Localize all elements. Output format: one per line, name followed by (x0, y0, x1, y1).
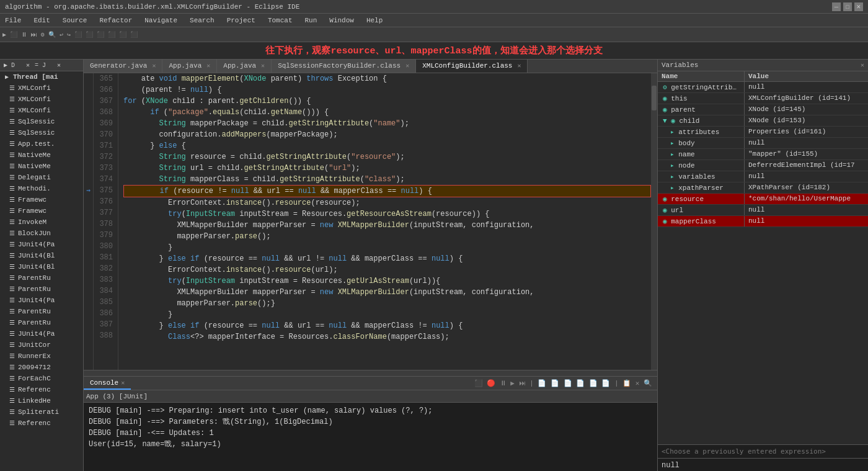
console-tab-close[interactable]: ✕ (121, 379, 125, 387)
bottom-panel: Console ✕ ⬛ 🔴 ⏸ ▶ ⏭ | 📄 📄 📄 📄 📄 📄 | 📋 ✕ … (84, 376, 657, 471)
tree-item[interactable]: ☰ParentRu (0, 306, 83, 317)
tree-item[interactable]: ☰Spliterati (0, 406, 83, 418)
tab-xmlconfig[interactable]: XMLConfigBuilder.class ✕ (416, 60, 528, 73)
variable-row[interactable]: ◉ thisXMLConfigBuilder (id=141) (658, 93, 868, 104)
tree-item[interactable]: ☰NativeMe (0, 161, 83, 172)
tree-item-icon: ☰ (7, 363, 16, 372)
code-line: mapperParser.parse(); (123, 231, 651, 242)
variables-panel-header: Variables ✕ (658, 60, 868, 71)
vertical-scrollbar[interactable] (651, 73, 657, 370)
variable-row[interactable]: ◉ urlnull (658, 205, 868, 216)
tree-item[interactable]: ☰Framewc (0, 205, 83, 217)
tab-sqlsession[interactable]: SqlSessionFactoryBuilder.class ✕ (272, 60, 416, 73)
menu-project[interactable]: Project (224, 16, 258, 25)
menu-help[interactable]: Help (364, 16, 385, 25)
tab-app2[interactable]: App.java ✕ (217, 60, 272, 73)
code-view[interactable]: ⇒ 36536636736836937037137237337437537637… (84, 73, 657, 376)
menu-tomcat[interactable]: Tomcat (265, 16, 295, 25)
tab-xmlconfig-close[interactable]: ✕ (517, 62, 521, 70)
tree-item[interactable]: ☰JUnit4(Pa (0, 328, 83, 339)
menu-run[interactable]: Run (302, 16, 319, 25)
variable-row[interactable]: ▸ attributesProperties (id=161) (658, 127, 868, 138)
variable-row[interactable]: ▸ xpathParserXPathParser (id=182) (658, 182, 868, 194)
scrollbar-thumb[interactable] (652, 86, 657, 110)
variable-row[interactable]: ◉ resource*com/shan/hello/UserMappe (658, 194, 868, 205)
tree-item[interactable]: ☰NativeMe (0, 150, 83, 161)
tree-item-label: RunnerEx (18, 352, 51, 360)
variable-row[interactable]: ▸ bodynull (658, 138, 868, 149)
tree-item[interactable]: ☰ParentRu (0, 272, 83, 284)
tree-item[interactable]: ☰JUnit4(Bl (0, 261, 83, 272)
menu-search[interactable]: Search (187, 16, 217, 25)
variable-row[interactable]: ◉ mapperClassnull (658, 216, 868, 227)
menu-navigate[interactable]: Navigate (142, 16, 180, 25)
tree-item-icon: ☰ (7, 162, 16, 171)
tree-item[interactable]: ☰ParentRu (0, 284, 83, 295)
tree-item-icon: ☰ (7, 173, 16, 182)
tree-item-icon: ☰ (7, 385, 16, 394)
tree-thread[interactable]: ▶ Thread [mai (0, 71, 83, 83)
tab-app1[interactable]: App.java ✕ (162, 60, 217, 73)
variable-row[interactable]: ◉ parentXNode (id=145) (658, 104, 868, 115)
var-value: null (745, 216, 868, 227)
menu-refactor[interactable]: Refactor (97, 16, 135, 25)
expression-input[interactable] (658, 445, 868, 458)
tree-item[interactable]: ☰Referenc (0, 384, 83, 395)
tree-item[interactable]: ☰App.test. (0, 138, 83, 150)
tree-item[interactable]: ☰XMLConfi (0, 94, 83, 105)
tree-item[interactable]: ☰RunnerEx (0, 351, 83, 362)
tree-item[interactable]: ☰Framewc (0, 194, 83, 205)
tree-item[interactable]: ☰Delegati (0, 172, 83, 183)
tree-item[interactable]: ☰JUnitCor (0, 339, 83, 351)
tree-items: ☰XMLConfi☰XMLConfi☰XMLConfi☰SqlSessic☰Sq… (0, 83, 83, 429)
var-value: *com/shan/hello/UserMappe (745, 194, 868, 204)
tree-item[interactable]: ☰20094712 (0, 362, 83, 373)
variables-close[interactable]: ✕ (861, 61, 864, 69)
main-area: ▶ D ✕ = J ✕ ▶ Thread [mai ☰XMLConfi☰XMLC… (0, 60, 868, 471)
tree-item[interactable]: ☰XMLConfi (0, 83, 83, 94)
close-button[interactable]: ✕ (854, 2, 863, 11)
tree-item[interactable]: ☰JUnit4(Pa (0, 295, 83, 306)
variable-row[interactable]: ⚙ getStringAttribute() returnenull (658, 82, 868, 93)
tab-generator-close[interactable]: ✕ (152, 62, 156, 70)
tab-sqlsession-close[interactable]: ✕ (405, 62, 409, 70)
maximize-button[interactable]: □ (843, 2, 852, 11)
menu-source[interactable]: Source (60, 16, 90, 25)
horizontal-scrollbar[interactable] (84, 370, 657, 376)
variable-row[interactable]: ▼ ◉ childXNode (id=153) (658, 115, 868, 127)
tree-item[interactable]: ☰SqlSessic (0, 116, 83, 127)
tab-app1-close[interactable]: ✕ (206, 62, 210, 70)
var-value: DeferredElementImpl (id=17 (745, 160, 868, 171)
code-line: } (123, 242, 651, 253)
variable-row[interactable]: ▸ name"mapper" (id=155) (658, 149, 868, 160)
var-value: XNode (id=153) (745, 115, 868, 126)
menu-window[interactable]: Window (327, 16, 356, 25)
bottom-toolbar-icons: ⬛ 🔴 ⏸ ▶ ⏭ | 📄 📄 📄 📄 📄 📄 | 📋 ✕ 🔍 (474, 379, 652, 388)
menu-file[interactable]: File (2, 16, 24, 25)
variable-row[interactable]: ▸ nodeDeferredElementImpl (id=17 (658, 160, 868, 171)
tree-item[interactable]: ☰LinkedHe (0, 395, 83, 406)
minimize-button[interactable]: ─ (832, 2, 841, 11)
tree-item[interactable]: ☰BlockJUn (0, 228, 83, 239)
code-content[interactable]: ate void mapperElement(XNode parent) thr… (118, 73, 651, 370)
tree-item[interactable]: ☰ForEachC (0, 373, 83, 384)
tree-item-label: 20094712 (18, 364, 51, 371)
tree-item[interactable]: ☰JUnit4(Bl (0, 250, 83, 261)
console-tab[interactable]: Console ✕ (84, 377, 131, 390)
menu-edit[interactable]: Edit (31, 16, 52, 25)
console-output: DEBUG [main] -==> Preparing: insert into… (84, 403, 657, 471)
window-controls[interactable]: ─ □ ✕ (832, 2, 863, 11)
tree-item-label: XMLConfi (18, 96, 51, 103)
tab-generator[interactable]: Generator.java ✕ (84, 60, 162, 73)
variable-row[interactable]: ▸ variablesnull (658, 171, 868, 182)
tab-app2-close[interactable]: ✕ (261, 62, 265, 70)
tree-item[interactable]: ☰SqlSessic (0, 127, 83, 138)
tree-item[interactable]: ☰InvokeM (0, 217, 83, 228)
tree-item[interactable]: ☰JUnit4(Pa (0, 239, 83, 250)
var-value: XMLConfigBuilder (id=141) (745, 93, 868, 104)
tree-item[interactable]: ☰Referenc (0, 418, 83, 429)
tree-item[interactable]: ☰Methodi. (0, 183, 83, 194)
var-value: null (745, 171, 868, 182)
tree-item[interactable]: ☰XMLConfi (0, 105, 83, 116)
tree-item[interactable]: ☰ParentRu (0, 317, 83, 328)
